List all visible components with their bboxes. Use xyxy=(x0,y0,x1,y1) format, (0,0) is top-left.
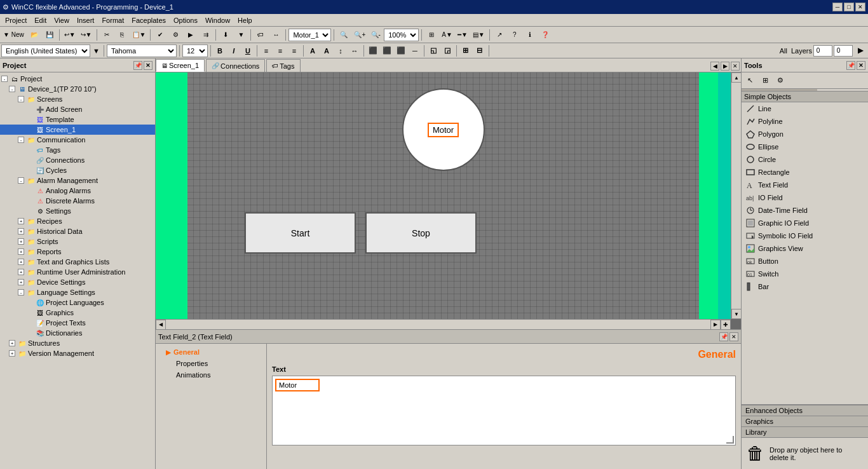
maximize-button[interactable]: □ xyxy=(844,3,854,11)
text-input[interactable] xyxy=(275,379,320,391)
canvas-prev-button[interactable]: ◀ xyxy=(710,62,719,71)
tree-item-langsettings[interactable]: - 📁 Language Settings xyxy=(0,287,155,297)
search-button[interactable]: 🔍 xyxy=(337,28,351,42)
expand-arrow[interactable]: ▶ xyxy=(854,44,867,57)
tree-item-addscreen[interactable]: ➕ Add Screen xyxy=(0,104,155,114)
tool-graphicio[interactable]: Graphic IO Field xyxy=(742,217,868,229)
tree-item-connections[interactable]: 🔗 Connections xyxy=(0,155,155,165)
delete-zone[interactable]: 🗑 Drop any object here to delete it. xyxy=(742,438,868,469)
tool-line[interactable]: Line xyxy=(742,102,868,115)
menu-faceplates[interactable]: Faceplates xyxy=(128,15,170,25)
tree-item-settings[interactable]: ⚙ Settings xyxy=(0,206,155,216)
expand-textgraphics[interactable]: + xyxy=(18,259,24,265)
tree-item-reports[interactable]: + 📁 Reports xyxy=(0,247,155,257)
layer2-input[interactable] xyxy=(834,45,853,57)
tree-item-communication[interactable]: - 📁 Communication xyxy=(0,135,155,145)
tab-tags[interactable]: 🏷 Tags xyxy=(266,59,300,72)
expand-project[interactable]: - xyxy=(1,76,8,82)
expand-structures[interactable]: + xyxy=(9,340,15,346)
language-dropdown[interactable]: English (United States) xyxy=(1,44,90,57)
tree-item-structures[interactable]: + 📁 Structures xyxy=(0,338,155,348)
layer1-input[interactable] xyxy=(813,45,832,57)
tool-circle[interactable]: Circle xyxy=(742,153,868,166)
misc1-button[interactable]: ⊞ xyxy=(424,28,438,42)
fmtmore2-button[interactable]: A xyxy=(320,44,333,57)
fmtmore8-button[interactable]: ─ xyxy=(409,44,421,57)
paste-button[interactable]: 📋▼ xyxy=(130,28,148,42)
tab-screen1[interactable]: 🖥 Screen_1 xyxy=(156,59,205,72)
bold-button[interactable]: B xyxy=(214,44,226,57)
circle-object[interactable]: Motor xyxy=(402,88,485,171)
tree-item-scripts[interactable]: + 📁 Scripts xyxy=(0,236,155,247)
screen-canvas[interactable]: Motor Start Stop xyxy=(156,72,731,319)
tree-item-recipes[interactable]: + 📁 Recipes xyxy=(0,216,155,226)
expand-langsettings[interactable]: - xyxy=(18,289,24,296)
expand-runtimeuser[interactable]: + xyxy=(18,269,24,275)
zoom-out-button[interactable]: 🔍- xyxy=(369,28,383,42)
transfer-button[interactable]: ▶ xyxy=(184,28,198,42)
compile-button[interactable]: ⚙ xyxy=(168,28,182,42)
copy-button[interactable]: ⎘ xyxy=(115,28,129,42)
tag2-btn[interactable]: ↔ xyxy=(269,28,283,42)
tree-item-discretealarms[interactable]: ⚠ Discrete Alarms xyxy=(0,196,155,206)
tool-switch[interactable]: 01 Switch xyxy=(742,268,868,280)
misc4-button[interactable]: ▤▼ xyxy=(471,28,487,42)
minimize-button[interactable]: ─ xyxy=(832,3,843,11)
motor-text-display[interactable]: Motor xyxy=(428,123,459,137)
save-button[interactable]: 💾 xyxy=(43,28,57,42)
expand-comm[interactable]: - xyxy=(18,137,24,143)
expand-recipes[interactable]: + xyxy=(18,218,24,224)
panel-close-button[interactable]: ✕ xyxy=(144,61,153,70)
tag-btn[interactable]: 🏷 xyxy=(254,28,268,42)
italic-button[interactable]: I xyxy=(227,44,240,57)
tree-item-textgraphics[interactable]: + 📁 Text and Graphics Lists xyxy=(0,257,155,267)
start-button-obj[interactable]: Start xyxy=(245,212,356,254)
hscroll-left-button[interactable]: ◀ xyxy=(156,320,166,330)
cut-button[interactable]: ✂ xyxy=(100,28,114,42)
menu-view[interactable]: View xyxy=(50,15,73,25)
font-dropdown[interactable]: Tahoma xyxy=(107,44,177,57)
tree-item-screens[interactable]: - 📁 Screens xyxy=(0,94,155,104)
expand-alarm[interactable]: - xyxy=(18,177,24,184)
tree-item-projlangs[interactable]: 🌐 Project Languages xyxy=(0,297,155,308)
zoom-in-button[interactable]: 🔍+ xyxy=(352,28,367,42)
vscroll-down-button[interactable]: ▼ xyxy=(731,309,741,319)
open-button[interactable]: 📂 xyxy=(27,28,41,42)
bottom-close-button[interactable]: ✕ xyxy=(729,332,738,341)
undo-button[interactable]: ↩▼ xyxy=(62,28,78,42)
tab-connections[interactable]: 🔗 Connections xyxy=(206,59,265,72)
underline-button[interactable]: U xyxy=(241,44,254,57)
tool-datetime[interactable]: Date-Time Field xyxy=(742,204,868,217)
help4-button[interactable]: ❓ xyxy=(538,28,552,42)
tree-item-project[interactable]: - 🗂 Project xyxy=(0,74,155,84)
more1-button[interactable]: ⬇ xyxy=(219,28,233,42)
canvas-close-button[interactable]: ✕ xyxy=(731,62,740,71)
fmtmore11-button[interactable]: ⊞ xyxy=(459,44,472,57)
fontsize-dropdown[interactable]: 12 xyxy=(182,44,208,57)
tree-item-dicts[interactable]: 📚 Dictionaries xyxy=(0,328,155,338)
new-button[interactable]: ▼ New xyxy=(1,28,26,42)
tree-item-devicesettings[interactable]: + 📁 Device Settings xyxy=(0,277,155,287)
tool-polygon[interactable]: Polygon xyxy=(742,128,868,140)
settings-tool-button[interactable]: ⚙ xyxy=(773,74,787,88)
zoom-dropdown[interactable]: 100% xyxy=(384,29,419,41)
redo-button[interactable]: ↪▼ xyxy=(79,28,94,42)
tree-item-device1[interactable]: - 🖥 Device_1(TP 270 10") xyxy=(0,84,155,94)
tree-item-graphics[interactable]: 🖼 Graphics xyxy=(0,308,155,318)
stop-button-obj[interactable]: Stop xyxy=(365,212,477,254)
menu-insert[interactable]: Insert xyxy=(73,15,98,25)
tree-item-template[interactable]: 🖼 Template xyxy=(0,114,155,125)
expand-device1[interactable]: - xyxy=(9,86,15,92)
fmtmore3-button[interactable]: ↕ xyxy=(334,44,347,57)
canvas-next-button[interactable]: ▶ xyxy=(721,62,729,71)
fmtmore4-button[interactable]: ↔ xyxy=(348,44,361,57)
tool-graphicsview[interactable]: Graphics View xyxy=(742,242,868,255)
tag-dropdown[interactable]: Motor_1 xyxy=(288,29,331,41)
fmtmore7-button[interactable]: ⬛ xyxy=(395,44,407,57)
bottom-pin-button[interactable]: 📌 xyxy=(719,332,728,341)
library-header[interactable]: Library xyxy=(742,427,868,438)
menu-edit[interactable]: Edit xyxy=(31,15,50,25)
nav-item-properties[interactable]: Properties xyxy=(156,358,266,369)
fmtmore5-button[interactable]: ⬛ xyxy=(367,44,379,57)
close-button[interactable]: ✕ xyxy=(855,3,865,11)
